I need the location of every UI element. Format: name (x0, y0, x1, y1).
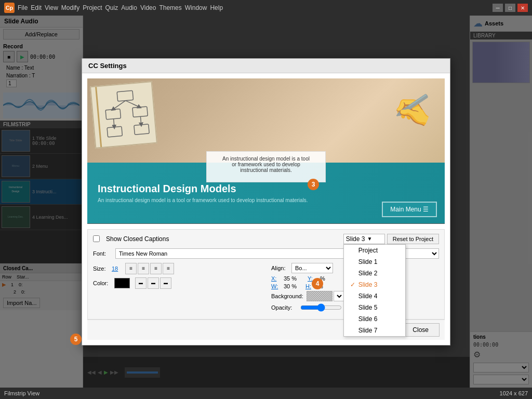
dropdown-item-slide4[interactable]: Slide 4 (344, 290, 405, 302)
dropdown-item-slide6[interactable]: Slide 6 (344, 313, 405, 325)
modal-title: CC Settings (88, 62, 127, 70)
w-label[interactable]: W: (271, 283, 282, 289)
svg-rect-11 (105, 109, 121, 119)
align-label: Align: (271, 265, 289, 271)
svg-rect-14 (134, 124, 149, 134)
show-cc-label: Show Closed Captions (106, 235, 169, 243)
modal-content: ✍ Instructional Design Models An instruc… (82, 73, 450, 345)
x-label[interactable]: X: (271, 275, 282, 282)
align-left-btn[interactable]: ≡ (125, 263, 137, 274)
w-value: 30 % (284, 283, 299, 289)
callout-4: 4 (312, 278, 323, 289)
menu-view[interactable]: View (45, 4, 58, 11)
slide-dropdown-menu: Project Slide 1 Slide 2 ✓Slide 3 Slide 4… (343, 244, 406, 337)
color-label: Color: (93, 280, 111, 286)
main-menu-preview-btn[interactable]: Main Menu ☰ (382, 202, 437, 217)
svg-rect-13 (107, 126, 122, 137)
menu-project[interactable]: Project (83, 4, 102, 11)
modal-close-btn[interactable]: Close (402, 323, 440, 337)
svg-line-17 (114, 118, 114, 127)
align-center-btn[interactable]: ≡ (138, 263, 149, 274)
font-label: Font: (93, 250, 111, 257)
menu-file[interactable]: File (18, 4, 28, 11)
callout-3: 3 (308, 179, 319, 190)
menu-modify[interactable]: Modify (61, 4, 79, 11)
svg-rect-12 (132, 107, 148, 117)
preview-title: Instructional Design Models (98, 183, 434, 195)
title-bar: Cp File Edit View Modify Project Quiz Au… (0, 0, 532, 16)
color-swatch[interactable] (114, 278, 130, 288)
menu-quiz[interactable]: Quiz (105, 4, 118, 11)
size-label: Size: (93, 265, 109, 272)
status-bar: Filmstrip View 1024 x 627 (0, 388, 532, 399)
menu-themes[interactable]: Themes (159, 4, 181, 11)
cc-overlay-text: An instructional design model is a tool … (206, 151, 326, 182)
bg-pattern (307, 291, 332, 301)
cc-controls: Show Closed Captions Slide 3 ▼ Project (87, 229, 445, 320)
align-justify-btn[interactable]: ≡ (163, 263, 174, 274)
x-value: 35 % (284, 275, 299, 282)
menu-help[interactable]: Help (210, 4, 223, 11)
size-value[interactable]: 18 (112, 265, 118, 272)
svg-line-15 (112, 100, 126, 109)
dropdown-item-slide1[interactable]: Slide 1 (344, 256, 405, 268)
status-resolution: 1024 x 627 (500, 390, 528, 396)
color-btn-1[interactable]: ▬ (135, 277, 147, 289)
text-align-buttons: ≡ ≡ ≡ ≡ (125, 263, 174, 274)
modal-title-bar: CC Settings (82, 59, 450, 73)
menu-edit[interactable]: Edit (31, 4, 42, 11)
modal-overlay: CC Settings (0, 16, 532, 388)
color-btn-3[interactable]: ▬ (160, 277, 171, 289)
slide-select-btn[interactable]: Slide 3 ▼ (343, 234, 385, 244)
dropdown-item-slide2[interactable]: Slide 2 (344, 268, 405, 279)
reset-to-project-btn[interactable]: Reset to Project (387, 234, 439, 244)
dropdown-item-slide3[interactable]: ✓Slide 3 (344, 279, 405, 290)
align-right-btn[interactable]: ≡ (150, 263, 162, 274)
cc-settings-modal: CC Settings (82, 58, 450, 345)
svg-line-18 (140, 116, 141, 125)
modal-preview: ✍ Instructional Design Models An instruc… (87, 78, 445, 224)
slide-selector: Slide 3 ▼ Project Slide 1 Slide 2 ✓Slide… (343, 234, 439, 244)
svg-rect-10 (117, 90, 133, 101)
dropdown-item-project[interactable]: Project (344, 245, 405, 256)
color-btn-2[interactable]: ▬ (148, 277, 159, 289)
dropdown-item-slide7[interactable]: Slide 7 (344, 325, 405, 336)
opacity-label: Opacity: (271, 304, 297, 311)
align-select[interactable]: Bo... (291, 263, 333, 273)
maximize-btn[interactable]: □ (505, 4, 515, 12)
menu-video[interactable]: Video (140, 4, 156, 11)
show-cc-checkbox[interactable] (93, 235, 100, 242)
close-btn[interactable]: ✕ (517, 4, 528, 12)
status-view: Filmstrip View (4, 390, 39, 396)
background-swatch[interactable]: ▼ (307, 291, 344, 301)
background-label: Background: (271, 293, 303, 299)
menu-window[interactable]: Window (185, 4, 207, 11)
menu-audio[interactable]: Audio (121, 4, 137, 11)
app-logo: Cp (4, 3, 15, 13)
minimize-btn[interactable]: ─ (493, 4, 503, 12)
dropdown-item-slide5[interactable]: Slide 5 (344, 302, 405, 313)
opacity-slider[interactable] (300, 303, 342, 312)
svg-rect-23 (307, 291, 332, 301)
bg-select[interactable]: ▼ (334, 291, 344, 301)
callout-5: 5 (70, 334, 82, 345)
